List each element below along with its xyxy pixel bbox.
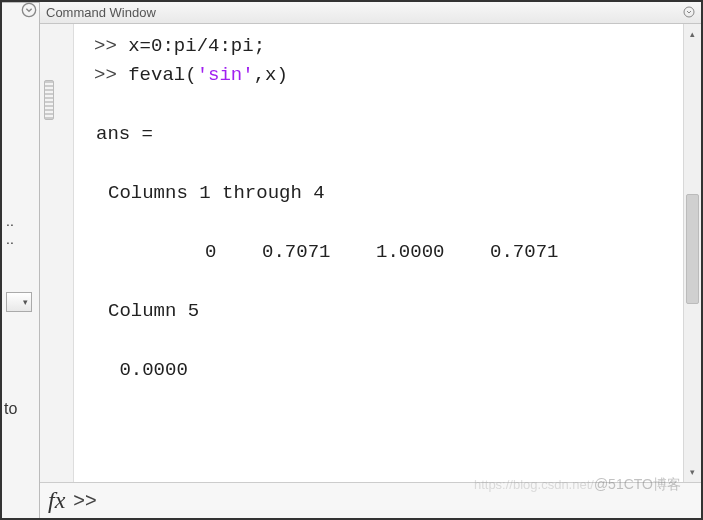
svg-point-0 [22,3,35,16]
prompt: >> [94,35,128,57]
svg-point-1 [684,7,694,17]
scrollbar-thumb[interactable] [686,194,699,304]
code-line-2-pre: feval( [128,64,196,86]
column-header-5: Column 5 [94,297,675,326]
column-value-5: 0.0000 [94,356,675,385]
side-label-to: to [4,400,17,418]
side-indicator-dots: .. .. [6,212,14,248]
scroll-down-icon[interactable]: ▾ [686,464,699,480]
titlebar: Command Window [40,2,701,24]
command-input-row[interactable]: fx >> [40,482,701,518]
code-string-literal: 'sin' [197,64,254,86]
side-dropdown[interactable] [6,292,32,312]
code-line-1: x=0:pi/4:pi; [128,35,265,57]
editor-gutter [40,24,74,482]
window-title: Command Window [46,5,156,20]
collapse-arrow-icon[interactable] [21,2,37,18]
code-line-2-post: ,x) [254,64,288,86]
columns-header-1-4: Columns 1 through 4 [94,179,675,208]
input-prompt: >> [73,489,96,512]
columns-values-1-4: 0 0.7071 1.0000 0.7071 [94,238,675,267]
gutter-handle-icon[interactable] [44,80,54,120]
command-output[interactable]: >> x=0:pi/4:pi; >> feval('sin',x) ans = … [74,24,683,482]
vertical-scrollbar[interactable]: ▴ ▾ [683,24,701,482]
side-panel: .. .. to [2,2,40,518]
ans-label: ans = [94,120,675,149]
command-window-panel: Command Window >> x=0:pi/4:pi; >> feval(… [40,2,701,518]
prompt: >> [94,64,128,86]
panel-menu-icon[interactable] [681,4,697,20]
scroll-up-icon[interactable]: ▴ [686,26,699,42]
fx-icon[interactable]: fx [48,487,65,514]
